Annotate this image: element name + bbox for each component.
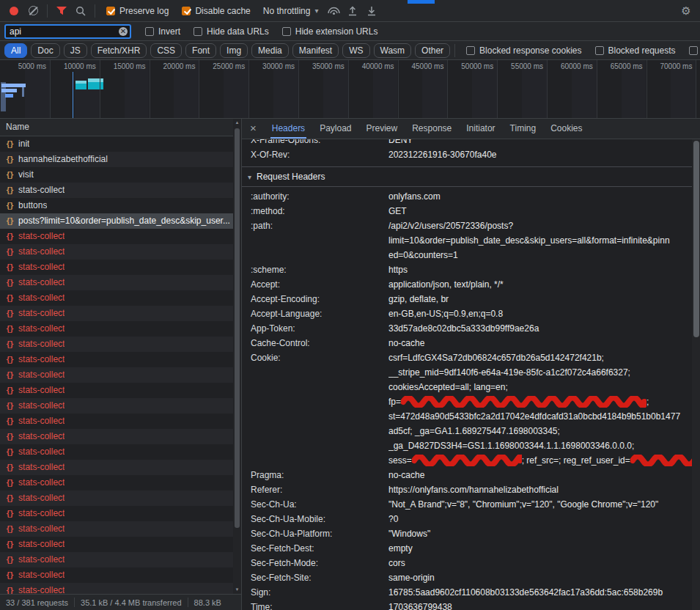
type-filter-css[interactable]: CSS — [150, 43, 182, 58]
filter-button[interactable] — [52, 2, 71, 20]
preserve-log-label: Preserve log — [119, 6, 169, 16]
request-row[interactable]: {}stats-collect — [0, 321, 241, 337]
request-row[interactable]: {}stats-collect — [0, 429, 241, 444]
search-button[interactable] — [71, 2, 90, 20]
tab-response[interactable]: Response — [405, 119, 459, 139]
redaction-scribble — [412, 455, 522, 466]
preserve-log-checkbox[interactable]: Preserve log — [106, 6, 169, 16]
clear-filter-icon[interactable]: ✕ — [119, 27, 128, 36]
request-row[interactable]: {}stats-collect — [0, 290, 241, 306]
header-value-line: cookiesAccepted=all; lang=en; — [388, 380, 692, 394]
name-column-header[interactable]: Name — [0, 119, 241, 136]
request-row[interactable]: {}hannahelizabethofficial — [0, 152, 241, 167]
header-row: :method:GET — [242, 204, 692, 218]
request-list-scrollbar[interactable]: ▲ ▼ — [233, 119, 241, 594]
request-row[interactable]: {}stats-collect — [0, 183, 241, 198]
request-headers-section[interactable]: ▾Request Headers — [242, 167, 692, 187]
third-party-requests-checkbox[interactable]: 3rd-party requests — [689, 45, 700, 56]
network-filter-input[interactable] — [4, 24, 131, 39]
disable-cache-checkbox[interactable]: Disable cache — [182, 6, 250, 16]
overview-tick-label: 55000 ms — [511, 62, 543, 70]
request-row[interactable]: {}stats-collect — [0, 352, 241, 367]
request-row[interactable]: {}stats-collect — [0, 460, 241, 475]
request-row[interactable]: {}stats-collect — [0, 383, 241, 398]
request-row[interactable]: {}stats-collect — [0, 367, 241, 383]
header-row: Cookie:csrf=LdfcGX4Sa72db06824c657db26a5… — [242, 350, 692, 468]
type-filter-ws[interactable]: WS — [342, 43, 369, 58]
overview-gridline — [298, 60, 299, 118]
type-filter-img[interactable]: Img — [220, 43, 248, 58]
request-row[interactable]: {}stats-collect — [0, 552, 241, 567]
fetch-icon: {} — [6, 152, 13, 167]
request-row[interactable]: {}stats-collect — [0, 414, 241, 429]
hide-extension-urls-checkbox[interactable]: Hide extension URLs — [282, 26, 378, 37]
settings-gear-button[interactable]: ⚙ — [677, 2, 696, 20]
throttling-select[interactable]: No throttling ▾ — [263, 6, 319, 16]
tab-timing[interactable]: Timing — [503, 119, 544, 139]
type-filter-doc[interactable]: Doc — [31, 43, 59, 58]
fetch-icon: {} — [6, 275, 13, 290]
header-name: Accept-Language: — [242, 306, 388, 321]
request-row[interactable]: {}buttons — [0, 198, 241, 213]
type-filter-manifest[interactable]: Manifest — [292, 43, 339, 58]
request-row[interactable]: {}stats-collect — [0, 260, 241, 275]
scrollbar-thumb[interactable] — [693, 141, 699, 337]
scroll-down-icon[interactable]: ▼ — [235, 586, 240, 594]
record-button[interactable] — [4, 2, 23, 20]
tab-payload[interactable]: Payload — [312, 119, 358, 139]
details-scrollbar[interactable] — [692, 139, 700, 610]
scroll-up-icon[interactable]: ▲ — [235, 119, 240, 127]
export-har-button[interactable] — [362, 2, 381, 20]
request-row[interactable]: {}stats-collect — [0, 398, 241, 414]
fetch-icon: {} — [6, 213, 13, 229]
request-row[interactable]: {}stats-collect — [0, 337, 241, 352]
upload-icon — [347, 6, 358, 16]
hide-extension-urls-label: Hide extension URLs — [295, 26, 378, 37]
header-value: 1703636799438 — [388, 600, 692, 610]
tab-initiator[interactable]: Initiator — [459, 119, 502, 139]
type-filter-all[interactable]: All — [4, 43, 27, 58]
header-value-line: DENY — [388, 139, 692, 147]
tab-preview[interactable]: Preview — [359, 119, 405, 139]
hide-data-urls-checkbox[interactable]: Hide data URLs — [194, 26, 269, 37]
type-filter-fetch-xhr[interactable]: Fetch/XHR — [91, 43, 147, 58]
tab-headers[interactable]: Headers — [265, 119, 312, 139]
request-row[interactable]: {}stats-collect — [0, 275, 241, 290]
request-name: stats-collect — [18, 275, 65, 290]
overview-tick-label: 5000 ms — [18, 62, 46, 70]
request-row[interactable]: {}stats-collect — [0, 490, 241, 506]
request-row[interactable]: {}stats-collect — [0, 306, 241, 321]
request-name: stats-collect — [18, 414, 65, 429]
request-row[interactable]: {}stats-collect — [0, 244, 241, 260]
type-filter-other[interactable]: Other — [415, 43, 450, 58]
request-row[interactable]: {}stats-collect — [0, 537, 241, 552]
request-row[interactable]: {}posts?limit=10&order=publish_date_desc… — [0, 213, 241, 229]
blocked-response-cookies-checkbox[interactable]: Blocked response cookies — [466, 45, 581, 56]
tab-cookies[interactable]: Cookies — [543, 119, 589, 139]
type-filter-font[interactable]: Font — [185, 43, 216, 58]
request-row[interactable]: {}stats-collect — [0, 475, 241, 490]
network-conditions-button[interactable] — [324, 2, 343, 20]
type-filter-wasm[interactable]: Wasm — [374, 43, 412, 58]
request-row[interactable]: {}stats-collect — [0, 229, 241, 244]
request-row[interactable]: {}visit — [0, 167, 241, 183]
blocked-requests-checkbox[interactable]: Blocked requests — [595, 45, 676, 56]
invert-checkbox[interactable]: Invert — [145, 26, 180, 37]
overview-strip[interactable]: 5000 ms10000 ms15000 ms20000 ms25000 ms3… — [0, 60, 700, 119]
type-filter-js[interactable]: JS — [64, 43, 87, 58]
import-har-button[interactable] — [343, 2, 362, 20]
request-row[interactable]: {}stats-collect — [0, 521, 241, 537]
request-row[interactable]: {}stats-collect — [0, 567, 241, 583]
close-details-button[interactable]: × — [242, 119, 265, 139]
fetch-icon: {} — [6, 490, 13, 506]
overview-tick-label: 10000 ms — [64, 62, 96, 70]
request-row[interactable]: {}stats-collect — [0, 583, 241, 594]
scrollbar-thumb[interactable] — [235, 128, 240, 528]
type-filter-media[interactable]: Media — [251, 43, 289, 58]
request-row[interactable]: {}stats-collect — [0, 506, 241, 521]
request-row[interactable]: {}init — [0, 136, 241, 152]
header-value: onlyfans.com — [388, 189, 692, 204]
request-row[interactable]: {}stats-collect — [0, 444, 241, 460]
clear-network-log-button[interactable] — [23, 2, 43, 20]
request-name: stats-collect — [18, 290, 65, 306]
